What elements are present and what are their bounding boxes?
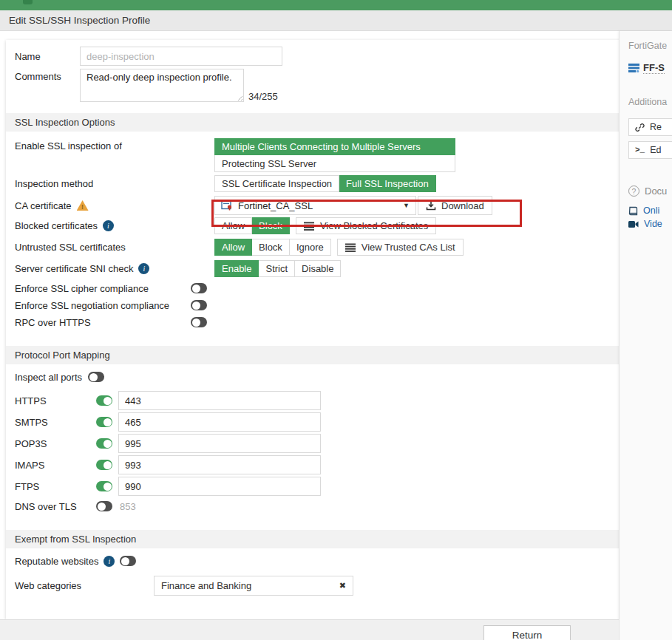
option-blocked-block[interactable]: Block xyxy=(252,217,290,234)
edit-in-cli-button[interactable]: >_ Ed xyxy=(628,141,672,159)
https-port-input[interactable] xyxy=(118,391,321,410)
rpc-https-row: RPC over HTTPS xyxy=(15,316,612,328)
section-exempt-from-ssl-inspection: Exempt from SSL Inspection xyxy=(6,530,621,548)
references-button[interactable]: Re xyxy=(628,118,672,136)
name-label: Name xyxy=(15,51,80,62)
option-protecting-ssl-server[interactable]: Protecting SSL Server xyxy=(214,155,455,172)
untrusted-certificates-label: Untrusted SSL certificates xyxy=(15,242,214,253)
pop3s-port-row: POP3S xyxy=(15,434,612,453)
section-ssl-inspection-options: SSL Inspection Options xyxy=(6,113,621,132)
pop3s-toggle[interactable] xyxy=(96,438,112,449)
smtps-port-row: SMTPS xyxy=(15,412,612,432)
chevron-down-icon: ▼ xyxy=(403,202,410,209)
view-blocked-certificates-button[interactable]: View Blocked Certificates xyxy=(296,217,436,234)
ftps-port-row: FTPS xyxy=(15,477,612,496)
ca-certificate-row: CA certificate Fortinet_CA_SSL ▼ Downloa… xyxy=(15,196,612,215)
dns-over-tls-row: DNS over TLS 853 xyxy=(15,500,612,512)
page-title: Edit SSL/SSH Inspection Profile xyxy=(9,15,150,26)
remove-tag-icon[interactable]: ✖ xyxy=(339,581,346,590)
reputable-websites-row: Reputable websites i xyxy=(15,555,612,567)
name-input[interactable] xyxy=(80,47,282,66)
untrusted-certificates-segmented: Allow Block Ignore xyxy=(214,239,331,256)
rpc-https-label: RPC over HTTPS xyxy=(15,317,191,328)
view-blocked-certificates-label: View Blocked Certificates xyxy=(320,220,428,231)
ftps-toggle[interactable] xyxy=(96,481,112,491)
option-untrusted-ignore[interactable]: Ignore xyxy=(290,239,331,256)
ca-certificate-label-text: CA certificate xyxy=(15,200,72,211)
inspection-method-segmented: SSL Certificate Inspection Full SSL Insp… xyxy=(214,175,436,192)
additional-header: Additiona xyxy=(628,97,672,107)
smtps-port-input[interactable] xyxy=(118,412,321,432)
dns-over-tls-port-value: 853 xyxy=(120,501,136,512)
comments-textarea[interactable]: Read-only deep inspection profile. xyxy=(80,69,244,102)
link-icon xyxy=(635,123,645,132)
question-circle-icon: ? xyxy=(628,185,639,197)
device-name: FF-S xyxy=(643,62,665,74)
rpc-https-toggle[interactable] xyxy=(191,317,207,327)
video-tutorials-link[interactable]: Vide xyxy=(628,219,672,229)
negotiation-compliance-row: Enforce SSL negotiation compliance xyxy=(15,299,612,311)
smtps-label: SMTPS xyxy=(15,417,96,428)
list-icon xyxy=(304,222,314,231)
imaps-port-row: IMAPS xyxy=(15,455,612,474)
ca-certificate-value: Fortinet_CA_SSL xyxy=(238,200,313,211)
view-trusted-cas-button[interactable]: View Trusted CAs List xyxy=(337,239,464,256)
list-icon xyxy=(345,243,356,252)
inspect-all-ports-toggle[interactable] xyxy=(88,372,104,382)
sni-check-row: Server certificate SNI check i Enable St… xyxy=(15,260,612,277)
web-categories-row: Web categories Finance and Banking ✖ xyxy=(15,576,612,596)
documentation-header: Docu xyxy=(645,185,667,197)
info-icon: i xyxy=(103,220,114,231)
pop3s-port-input[interactable] xyxy=(118,434,321,453)
info-icon: i xyxy=(103,556,115,567)
device-row[interactable]: FF-S xyxy=(628,62,672,74)
cipher-compliance-toggle[interactable] xyxy=(191,283,207,293)
reputable-websites-toggle[interactable] xyxy=(120,556,136,566)
return-button[interactable]: Return xyxy=(483,625,571,640)
option-sni-disable[interactable]: Disable xyxy=(295,260,341,277)
sni-check-segmented: Enable Strict Disable xyxy=(214,260,341,277)
download-label: Download xyxy=(441,200,484,211)
edit-profile-form: Name Comments Read-only deep inspection … xyxy=(6,40,621,619)
name-row: Name xyxy=(15,47,612,66)
view-trusted-cas-label: View Trusted CAs List xyxy=(362,242,455,253)
smtps-toggle[interactable] xyxy=(96,417,112,427)
option-full-ssl-inspection[interactable]: Full SSL Inspection xyxy=(339,175,436,192)
imaps-port-input[interactable] xyxy=(118,455,321,474)
https-toggle[interactable] xyxy=(96,395,112,406)
web-category-tag-label: Finance and Banking xyxy=(161,580,251,591)
imaps-label: IMAPS xyxy=(15,460,96,471)
option-ssl-certificate-inspection[interactable]: SSL Certificate Inspection xyxy=(214,175,339,192)
video-camera-icon xyxy=(628,220,639,228)
ftps-port-input[interactable] xyxy=(118,477,321,496)
cipher-compliance-row: Enforce SSL cipher compliance xyxy=(15,282,612,294)
comments-label: Comments xyxy=(15,71,80,82)
negotiation-compliance-toggle[interactable] xyxy=(191,300,207,310)
download-button[interactable]: Download xyxy=(418,196,492,215)
negotiation-compliance-label: Enforce SSL negotiation compliance xyxy=(15,300,191,311)
online-help-link[interactable]: Onli xyxy=(628,205,672,216)
inspect-all-ports-label: Inspect all ports xyxy=(15,372,82,383)
option-blocked-allow[interactable]: Allow xyxy=(214,217,252,234)
pop3s-label: POP3S xyxy=(15,438,96,449)
dns-over-tls-toggle[interactable] xyxy=(96,501,112,511)
option-sni-enable[interactable]: Enable xyxy=(214,260,259,277)
blocked-certificates-label-text: Blocked certificates xyxy=(15,220,98,231)
video-tutorials-label: Vide xyxy=(644,219,662,229)
navbar-clipped-menu-icon xyxy=(23,0,33,4)
fortigate-header: FortiGate xyxy=(628,41,672,51)
option-untrusted-block[interactable]: Block xyxy=(252,239,290,256)
https-label: HTTPS xyxy=(15,395,96,406)
imaps-toggle[interactable] xyxy=(96,460,112,470)
ca-certificate-select[interactable]: Fortinet_CA_SSL ▼ xyxy=(214,196,416,215)
cipher-compliance-label: Enforce SSL cipher compliance xyxy=(15,283,191,294)
option-untrusted-allow[interactable]: Allow xyxy=(214,239,252,256)
right-info-panel: FortiGate FF-S Additiona Re >_ Ed ? Docu… xyxy=(619,31,672,640)
option-sni-strict[interactable]: Strict xyxy=(259,260,295,277)
certificate-icon xyxy=(221,200,233,211)
web-category-tag[interactable]: Finance and Banking ✖ xyxy=(154,576,353,596)
enable-ssl-inspection-label: Enable SSL inspection of xyxy=(15,140,214,152)
documentation-header-row: ? Docu xyxy=(628,185,672,197)
https-port-row: HTTPS xyxy=(15,391,612,410)
option-multiple-clients[interactable]: Multiple Clients Connecting to Multiple … xyxy=(214,138,455,155)
